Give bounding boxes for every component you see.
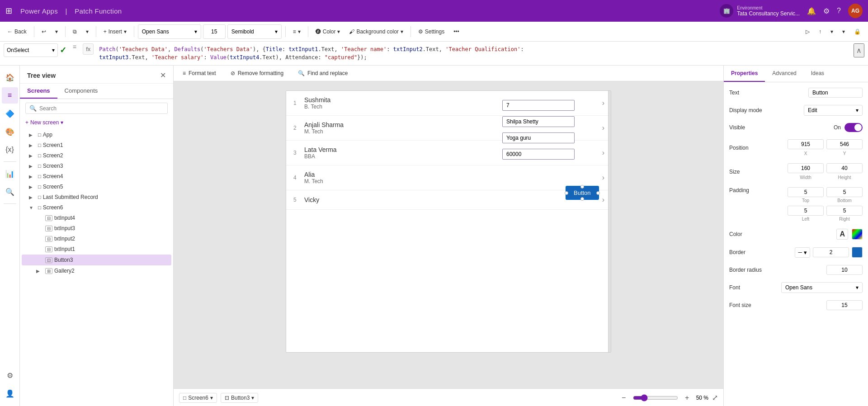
tree-item-txtInput2[interactable]: ⊟ txtInput2 xyxy=(22,234,171,244)
tree-item-txtInput3[interactable]: ⊟ txtInput3 xyxy=(22,223,171,233)
canvas-input-3[interactable] xyxy=(502,132,575,143)
tree-item-button3[interactable]: ⊡ Button3 ••• xyxy=(22,255,171,265)
gallery-item-5[interactable]: 5 Vicky › xyxy=(286,190,611,210)
screen-selector[interactable]: □ Screen6 ▾ xyxy=(179,393,217,403)
handle-bottom[interactable] xyxy=(580,197,584,201)
prop-position-x-input[interactable] xyxy=(788,139,824,149)
save-dropdown[interactable]: ▾ xyxy=(839,24,849,39)
canvas-input-2[interactable] xyxy=(502,116,575,127)
canvas-button3[interactable]: Button xyxy=(566,186,599,200)
font-size-input[interactable] xyxy=(203,24,226,39)
tree-item-screen2[interactable]: ▶ □ Screen2 xyxy=(22,151,171,161)
canvas-input-4[interactable] xyxy=(502,149,575,160)
tree-item-txtInput1[interactable]: ⊟ txtInput1 xyxy=(22,244,171,254)
tree-item-screen1[interactable]: ▶ □ Screen1 xyxy=(22,140,171,150)
gallery-item-4[interactable]: 4 Alia M. Tech › xyxy=(286,165,611,190)
tree-item-last-submitted[interactable]: ▶ □ Last Submitted Record xyxy=(22,192,171,202)
canvas-input-1[interactable] xyxy=(502,100,575,111)
tab-ideas[interactable]: Ideas xyxy=(804,66,831,82)
prop-padding-left-input[interactable] xyxy=(788,206,824,216)
prop-display-mode-dropdown[interactable]: Edit ▾ xyxy=(804,105,863,116)
color-button[interactable]: 🅐 Color ▾ xyxy=(312,24,344,39)
border-style-selector[interactable]: ─ ▾ xyxy=(795,247,810,258)
tree-item-screen3[interactable]: ▶ □ Screen3 xyxy=(22,161,171,171)
tab-advanced[interactable]: Advanced xyxy=(765,66,803,82)
component-selector[interactable]: ⊡ Button3 ▾ xyxy=(221,393,258,403)
prop-width-input[interactable] xyxy=(788,163,824,173)
sidebar-search-icon[interactable]: 🔍 xyxy=(2,184,18,200)
prop-padding-right-input[interactable] xyxy=(826,206,863,216)
save-button[interactable]: ▾ xyxy=(827,24,837,39)
tree-item-screen6[interactable]: ▼ □ Screen6 xyxy=(22,203,171,212)
find-replace-button[interactable]: 🔍 Find and replace xyxy=(294,68,351,78)
border-width-input[interactable] xyxy=(813,247,849,257)
handle-left[interactable] xyxy=(565,191,568,195)
sidebar-settings-icon[interactable]: ⚙ xyxy=(2,367,18,383)
search-input[interactable] xyxy=(39,105,164,112)
publish-button[interactable]: ↑ xyxy=(815,24,825,39)
formula-input[interactable]: Patch('Teachers Data', Defaults('Teacher… xyxy=(97,43,850,63)
prop-padding-top-input[interactable] xyxy=(788,187,824,197)
preview-button[interactable]: ▷ xyxy=(802,24,813,39)
formula-collapse-button[interactable]: ∧ xyxy=(854,43,864,57)
bell-icon[interactable]: 🔔 xyxy=(807,7,816,15)
tree-close-button[interactable]: ✕ xyxy=(160,71,166,80)
prop-visible-toggle[interactable] xyxy=(844,123,863,132)
undo-button[interactable]: ↩ xyxy=(38,24,50,39)
bg-color-button[interactable]: 🖌 Background color ▾ xyxy=(345,24,406,39)
font-selector[interactable]: Open Sans ▾ xyxy=(138,24,201,39)
handle-top[interactable] xyxy=(580,185,584,189)
remove-formatting-button[interactable]: ⊘ Remove formatting xyxy=(227,68,287,78)
tab-components[interactable]: Components xyxy=(57,84,105,99)
sidebar-user-icon[interactable]: 👤 xyxy=(2,385,18,401)
scrollbar[interactable] xyxy=(608,91,611,352)
handle-right[interactable] xyxy=(596,191,600,195)
sidebar-home-icon[interactable]: 🏠 xyxy=(2,69,18,85)
prop-color-picker[interactable] xyxy=(852,229,863,240)
sidebar-variables-icon[interactable]: {x} xyxy=(2,142,18,158)
formula-fx-button[interactable]: fx xyxy=(83,43,94,55)
prop-padding-bottom-input[interactable] xyxy=(826,187,863,197)
sidebar-analytics-icon[interactable]: 📊 xyxy=(2,165,18,182)
tree-item-screen5[interactable]: ▶ □ Screen5 xyxy=(22,182,171,192)
tree-item-app[interactable]: ▶ □ App xyxy=(22,130,171,140)
border-radius-input[interactable] xyxy=(826,265,863,275)
prop-position-y-input[interactable] xyxy=(826,139,863,149)
prop-height-input[interactable] xyxy=(826,163,863,173)
prop-text-input[interactable] xyxy=(808,88,863,98)
tree-item-txtInput4[interactable]: ⊟ txtInput4 xyxy=(22,213,171,223)
border-color-swatch[interactable] xyxy=(852,247,863,258)
zoom-out-button[interactable]: − xyxy=(618,392,629,403)
sidebar-data-icon[interactable]: 🔷 xyxy=(2,105,18,122)
settings-icon[interactable]: ⚙ xyxy=(823,7,830,15)
prop-font-selector[interactable]: Open Sans ▾ xyxy=(781,282,863,293)
align-button[interactable]: ≡ ▾ xyxy=(289,24,304,39)
copy-button[interactable]: ⧉ xyxy=(69,24,80,39)
undo-dropdown[interactable]: ▾ xyxy=(52,24,61,39)
user-avatar[interactable]: AG xyxy=(848,4,863,18)
format-text-button[interactable]: ≡ Format text xyxy=(179,68,220,78)
zoom-in-button[interactable]: + xyxy=(682,392,693,403)
more-button[interactable]: ••• xyxy=(450,24,463,39)
settings-button[interactable]: ⚙ Settings xyxy=(415,24,448,39)
help-icon[interactable]: ? xyxy=(837,7,841,15)
property-dropdown[interactable]: OnSelect ▾ xyxy=(4,43,58,57)
sidebar-treeview-icon[interactable]: ≡ xyxy=(2,87,18,104)
tree-item-screen4[interactable]: ▶ □ Screen4 xyxy=(22,171,171,181)
apps-grid-icon[interactable]: ⊞ xyxy=(5,6,12,16)
tree-item-gallery2[interactable]: ▶ ⊞ Gallery2 xyxy=(22,266,171,276)
insert-button[interactable]: + Insert ▾ xyxy=(100,24,130,39)
prop-font-size-input[interactable] xyxy=(826,300,863,310)
new-screen-button[interactable]: + New screen ▾ xyxy=(20,118,173,129)
copy-dropdown[interactable]: ▾ xyxy=(82,24,92,39)
formula-check-icon[interactable]: ✓ xyxy=(60,45,66,55)
font-weight-selector[interactable]: Semibold ▾ xyxy=(227,24,282,39)
tab-properties[interactable]: Properties xyxy=(724,66,765,82)
prop-color-a-button[interactable]: A xyxy=(836,229,848,240)
sidebar-theme-icon[interactable]: 🎨 xyxy=(2,123,18,140)
back-button[interactable]: ← Back xyxy=(4,24,30,39)
expand-canvas-button[interactable]: ⤢ xyxy=(712,393,718,402)
zoom-slider[interactable] xyxy=(633,394,678,401)
share-button[interactable]: 🔒 xyxy=(850,24,864,39)
tab-screens[interactable]: Screens xyxy=(20,84,57,99)
